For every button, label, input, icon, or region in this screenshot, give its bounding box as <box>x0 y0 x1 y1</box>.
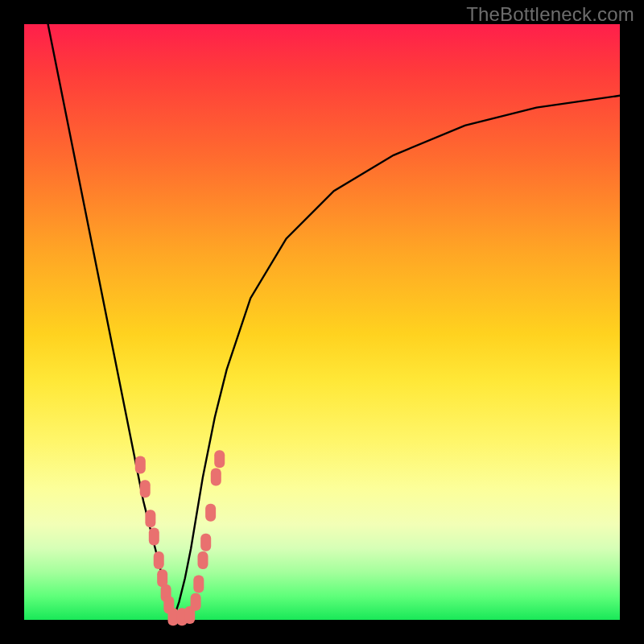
data-marker <box>205 504 216 522</box>
data-marker <box>198 551 208 569</box>
data-marker <box>214 450 225 468</box>
curve-layer <box>24 24 620 620</box>
data-marker <box>211 468 221 485</box>
data-marker <box>135 456 146 474</box>
plot-area <box>24 24 620 620</box>
data-marker <box>200 534 211 551</box>
data-marker <box>140 480 151 497</box>
watermark-text: TheBottleneck.com <box>466 3 634 26</box>
data-marker <box>168 608 179 625</box>
data-marker <box>191 593 201 611</box>
right-branch-curve <box>173 96 620 620</box>
data-marker <box>154 551 164 569</box>
data-marker <box>145 510 155 527</box>
data-marker <box>149 527 159 545</box>
data-marker <box>193 576 204 593</box>
chart-frame: TheBottleneck.com <box>0 0 644 644</box>
